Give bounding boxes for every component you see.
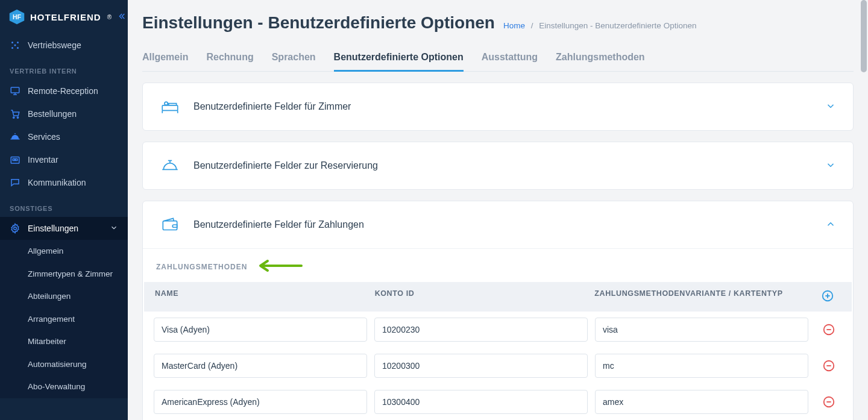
sidebar-item-label: Einstellungen [28,224,78,233]
scrollbar-track[interactable] [860,0,868,420]
subnav-automatisierung[interactable]: Automatisierung [0,353,128,376]
wallet-icon [160,215,180,235]
payment-name-input[interactable] [154,318,367,342]
subnav-arrangement[interactable]: Arrangement [0,308,128,331]
cloche-icon [10,131,20,142]
brand-name: HOTELFRIEND [30,12,101,22]
subnav-abteilungen[interactable]: Abteilungen [0,285,128,308]
svg-rect-12 [11,139,20,140]
breadcrumb-separator: / [531,21,533,30]
svg-point-6 [14,45,16,46]
svg-rect-18 [162,105,178,111]
scrollbar-thumb[interactable] [861,0,867,72]
panel-reservation-toggle[interactable]: Benutzerdefinierte Felder zur Reservieru… [143,142,853,189]
remove-row-button[interactable] [822,323,835,336]
svg-rect-23 [163,221,177,230]
chat-icon [10,177,20,188]
chevron-down-icon [825,160,836,172]
payment-account-input[interactable] [374,354,588,378]
payment-variant-input[interactable] [595,354,808,378]
col-name: NAME [155,289,368,304]
chevron-up-icon [825,219,836,231]
sidebar-item-label: Remote-Reception [28,86,98,96]
payment-name-input[interactable] [154,390,367,414]
payment-name-input[interactable] [154,354,367,378]
payment-row [143,312,853,348]
brand: HF HOTELFRIEND® [0,0,128,34]
sidebar-section-internal: VERTRIEB INTERN [0,57,128,80]
payment-row [143,348,853,384]
remove-row-button[interactable] [822,359,835,372]
svg-rect-7 [11,87,19,93]
svg-rect-16 [16,159,17,161]
panel-rooms-title: Benutzerdefinierte Felder für Zimmer [193,101,351,112]
breadcrumb: Home / Einstellungen - Benutzerdefiniert… [503,21,696,30]
bell-icon [160,155,180,176]
svg-text:HF: HF [13,13,22,20]
panel-payments-toggle[interactable]: Benutzerdefinierte Felder für Zahlungen [143,201,853,248]
subnav-mitarbeiter[interactable]: Mitarbeiter [0,330,128,353]
payment-account-input[interactable] [374,318,588,342]
tab-benutzerdefinierte-optionen[interactable]: Benutzerdefinierte Optionen [334,46,464,71]
col-account: KONTO ID [375,289,588,304]
payment-row [143,384,853,420]
subnav-abo-verwaltung[interactable]: Abo-Verwaltung [0,375,128,398]
sidebar-item-vertriebswege[interactable]: Vertriebswege [0,34,128,57]
svg-point-10 [13,117,14,118]
tab-allgemein[interactable]: Allgemein [142,46,188,71]
main-content: Einstellungen - Benutzerdefinierte Optio… [128,0,868,420]
sidebar-item-label: Inventar [28,155,58,165]
subnav-allgemein[interactable]: Allgemein [0,240,128,263]
sidebar-section-misc: SONSTIGES [0,194,128,217]
svg-point-19 [165,102,168,105]
sidebar-item-label: Vertriebswege [28,40,81,50]
chevron-down-icon [825,101,836,113]
tab-sprachen[interactable]: Sprachen [272,46,316,71]
panel-payments-title: Benutzerdefinierte Felder für Zahlungen [193,219,364,230]
svg-point-3 [17,42,19,43]
remove-row-button[interactable] [822,395,835,409]
collapse-sidebar-button[interactable] [116,11,126,23]
tab-rechnung[interactable]: Rechnung [206,46,253,71]
svg-point-11 [17,117,18,118]
breadcrumb-home[interactable]: Home [503,21,525,30]
sidebar-item-label: Bestellungen [28,109,77,119]
settings-subnav: Allgemein Zimmertypen & Zimmer Abteilung… [0,240,128,398]
brand-logo-icon: HF [8,8,25,25]
sidebar-item-inventar[interactable]: Inventar [0,148,128,171]
brand-trademark: ® [107,14,112,20]
sidebar-item-remote-reception[interactable]: Remote-Reception [0,80,128,102]
tab-ausstattung[interactable]: Ausstattung [482,46,538,71]
sidebar-item-einstellungen[interactable]: Einstellungen [0,217,128,240]
subnav-zimmertypen[interactable]: Zimmertypen & Zimmer [0,263,128,286]
reception-icon [10,86,20,96]
sidebar-item-bestellungen[interactable]: Bestellungen [0,102,128,125]
payment-variant-input[interactable] [595,390,808,414]
payments-table-header: NAME KONTO ID ZAHLUNGSMETHODENVARIANTE /… [144,282,852,312]
tab-zahlungsmethoden[interactable]: Zahlungsmethoden [556,46,645,71]
payment-variant-input[interactable] [595,318,808,342]
panel-payments: Benutzerdefinierte Felder für Zahlungen … [142,201,854,420]
sidebar-item-label: Kommunikation [28,178,86,187]
svg-point-5 [17,47,19,49]
page-title: Einstellungen - Benutzerdefinierte Optio… [142,13,495,33]
chevron-down-icon [110,224,118,234]
sidebar-item-services[interactable]: Services [0,125,128,148]
svg-point-17 [14,227,17,230]
tabs: Allgemein Rechnung Sprachen Benutzerdefi… [142,46,854,72]
panel-reservation-title: Benutzerdefinierte Felder zur Reservieru… [193,160,378,171]
gear-icon [10,223,20,234]
add-payment-method-button[interactable] [821,289,834,304]
sidebar: HF HOTELFRIEND® Vertriebswege VERTRIEB I… [0,0,128,420]
panel-rooms: Benutzerdefinierte Felder für Zimmer [142,83,854,131]
payment-account-input[interactable] [374,390,588,414]
svg-point-2 [11,42,13,43]
annotation-arrow-icon [256,259,304,275]
cart-icon [10,108,20,119]
panel-payments-body: ZAHLUNGSMETHODEN NAME KONTO ID ZAHLUNGSM… [143,248,853,420]
panel-rooms-toggle[interactable]: Benutzerdefinierte Felder für Zimmer [143,83,853,130]
sidebar-item-kommunikation[interactable]: Kommunikation [0,171,128,194]
bed-icon [160,96,180,117]
breadcrumb-current: Einstellungen - Benutzerdefinierte Optio… [539,21,696,30]
svg-rect-13 [14,133,16,134]
